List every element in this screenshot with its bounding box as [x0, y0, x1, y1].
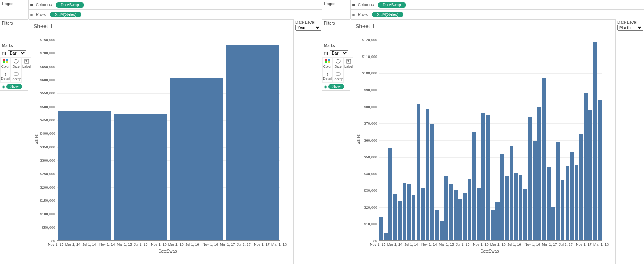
mark-type-select[interactable]: Bar — [8, 50, 26, 56]
bar[interactable] — [510, 146, 513, 241]
rows-icon: ≡ — [29, 12, 34, 17]
bar[interactable] — [454, 190, 457, 241]
bar[interactable] — [566, 166, 569, 241]
detail-button[interactable]: ⁝ Detail — [322, 70, 332, 83]
size-button[interactable]: Size — [10, 57, 22, 70]
bar[interactable] — [537, 107, 541, 241]
bar[interactable] — [379, 217, 383, 241]
bar[interactable] — [472, 132, 476, 241]
bar[interactable] — [588, 110, 592, 241]
bar[interactable] — [384, 233, 388, 241]
bar[interactable] — [481, 113, 485, 241]
x-tick-label: Nov 1, 15 — [151, 242, 167, 247]
pages-shelf[interactable]: Pages — [0, 0, 28, 7]
color-button[interactable]: Color — [322, 57, 332, 70]
filters-shelf[interactable]: Filters — [322, 20, 350, 27]
bar[interactable] — [426, 109, 429, 241]
bar[interactable] — [458, 199, 462, 241]
bar[interactable] — [417, 104, 420, 241]
bar[interactable] — [421, 188, 425, 241]
bar[interactable] — [468, 179, 471, 241]
bar[interactable] — [388, 148, 392, 241]
bar[interactable] — [449, 184, 452, 241]
pages-shelf[interactable]: Pages — [322, 0, 350, 7]
bar[interactable] — [407, 184, 411, 241]
bar[interactable] — [514, 173, 518, 241]
bar[interactable] — [226, 45, 279, 241]
bar[interactable] — [500, 154, 504, 241]
bar[interactable] — [575, 165, 578, 241]
bar[interactable] — [463, 193, 466, 241]
bar[interactable] — [398, 201, 401, 241]
y-tick-label: $90,000 — [364, 88, 377, 92]
bar[interactable] — [505, 176, 508, 241]
y-tick-label: $750,000 — [40, 38, 55, 42]
svg-rect-2 — [3, 61, 5, 63]
bar[interactable] — [486, 115, 490, 241]
rows-pill[interactable]: SUM(Sales) — [50, 12, 81, 17]
mark-type-select[interactable]: Bar — [330, 50, 348, 56]
chart-view[interactable]: Sheet 1 $0 $10,000 $20,000 $30,000 $40,0… — [351, 19, 616, 264]
bar[interactable] — [519, 175, 522, 241]
y-tick-label: $100,000 — [40, 212, 55, 216]
bar[interactable] — [593, 42, 597, 241]
color-button[interactable]: Color — [0, 57, 10, 70]
bar[interactable] — [579, 134, 583, 241]
x-tick-label: Jul 1, 16 — [508, 242, 521, 247]
bar[interactable] — [393, 194, 397, 241]
bar[interactable] — [440, 221, 443, 241]
date-level-select[interactable]: Month — [617, 25, 643, 31]
detail-button[interactable]: ⁝ Detail — [0, 70, 10, 83]
bar[interactable] — [430, 124, 434, 241]
tooltip-button[interactable]: Tooltip — [10, 70, 22, 83]
bar[interactable] — [551, 207, 555, 241]
bar[interactable] — [412, 195, 415, 241]
tooltip-button[interactable]: Tooltip — [332, 70, 344, 83]
bar[interactable] — [528, 117, 532, 241]
bar[interactable] — [170, 78, 223, 241]
columns-pill[interactable]: DateSwap — [378, 2, 406, 8]
size-button[interactable]: Size — [332, 57, 344, 70]
label-button-icon: T — [24, 59, 29, 64]
filters-shelf[interactable]: Filters — [0, 20, 28, 27]
bar[interactable] — [561, 180, 564, 241]
color-button-icon — [3, 59, 8, 64]
bar[interactable] — [58, 111, 111, 241]
bar[interactable] — [495, 202, 499, 241]
bar[interactable] — [491, 210, 495, 241]
x-tick-label: Mar 1, 16 — [168, 242, 184, 247]
columns-pill[interactable]: DateSwap — [56, 2, 84, 8]
x-tick-label: Jul 1, 16 — [186, 242, 199, 247]
y-tick-label: $600,000 — [40, 78, 55, 82]
x-tick-label: Jul 1, 14 — [404, 242, 418, 247]
columns-shelf-label: Columns — [356, 2, 375, 8]
x-tick-label: Mar 1, 17 — [220, 242, 235, 247]
rows-pill[interactable]: SUM(Sales) — [372, 12, 403, 17]
bar[interactable] — [114, 114, 167, 241]
bar[interactable] — [556, 142, 559, 241]
svg-point-4 — [14, 59, 18, 63]
detail-button-icon: ⁝ — [5, 72, 6, 76]
bar[interactable] — [547, 167, 550, 241]
x-axis-title: DateSwap — [481, 249, 499, 253]
x-tick-label: Mar 1, 14 — [65, 242, 80, 247]
chart-view[interactable]: Sheet 1 $0 $50,000 $100,000 $150,000 $20… — [29, 19, 294, 264]
bar[interactable] — [435, 210, 439, 241]
bar[interactable] — [570, 152, 574, 241]
size-pill[interactable]: Size — [6, 84, 22, 89]
bar[interactable] — [523, 189, 527, 241]
x-tick-label: Nov 1, 13 — [48, 242, 64, 247]
bar[interactable] — [477, 188, 481, 241]
date-level-select[interactable]: Year — [295, 25, 321, 31]
bar[interactable] — [598, 100, 601, 241]
bar[interactable] — [444, 176, 448, 241]
bar[interactable] — [584, 93, 588, 241]
size-pill[interactable]: Size — [328, 84, 344, 89]
y-axis-title: Sales — [356, 134, 361, 144]
size-button-icon — [336, 59, 341, 64]
bar[interactable] — [402, 183, 406, 241]
x-tick-label: Nov 1, 15 — [473, 242, 489, 247]
bar[interactable] — [542, 78, 546, 241]
x-tick-label: Mar 1, 14 — [387, 242, 402, 247]
bar[interactable] — [533, 141, 537, 241]
